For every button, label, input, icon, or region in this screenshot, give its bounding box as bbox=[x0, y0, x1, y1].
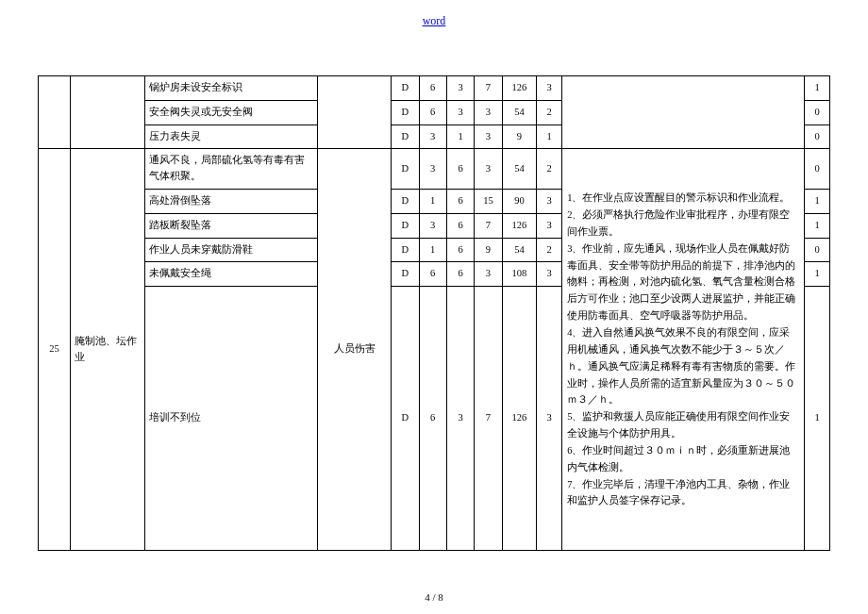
table-row: 锅炉房未设安全标识 D 6 3 7 126 3 1 bbox=[39, 76, 830, 101]
cell-n1: 6 bbox=[419, 100, 446, 124]
cell-n5: 3 bbox=[537, 213, 562, 238]
cell-n2: 3 bbox=[446, 287, 474, 551]
cell-desc: 作业人员未穿戴防滑鞋 bbox=[144, 238, 317, 262]
cell-n2: 6 bbox=[446, 238, 474, 262]
cell-last: 1 bbox=[805, 189, 830, 213]
cell-d: D bbox=[392, 124, 419, 149]
cell-desc: 踏板断裂坠落 bbox=[144, 213, 317, 238]
cell-n1: 6 bbox=[419, 76, 446, 101]
cell-n5: 2 bbox=[537, 149, 562, 190]
cell-n4: 126 bbox=[502, 76, 537, 101]
cell-n4: 9 bbox=[502, 124, 537, 149]
cell-n2: 1 bbox=[446, 124, 474, 149]
cell-measure bbox=[562, 76, 805, 149]
cell-desc: 未佩戴安全绳 bbox=[144, 262, 317, 287]
cell-n4: 54 bbox=[502, 238, 537, 262]
cell-n2: 3 bbox=[446, 76, 474, 101]
cell-cause: 人员伤害 bbox=[317, 149, 391, 551]
cell-desc: 培训不到位 bbox=[144, 287, 317, 551]
cell-n5: 3 bbox=[537, 189, 562, 213]
cell-n5: 3 bbox=[537, 262, 562, 287]
cell-n3: 7 bbox=[475, 213, 502, 238]
cell-n3: 7 bbox=[475, 76, 502, 101]
cell-n2: 6 bbox=[446, 213, 474, 238]
cell-d: D bbox=[392, 213, 419, 238]
cell-d: D bbox=[392, 262, 419, 287]
cell-desc: 锅炉房未设安全标识 bbox=[144, 76, 317, 101]
cell-n5: 1 bbox=[537, 124, 562, 149]
cell-n2: 6 bbox=[446, 149, 474, 190]
cell-desc: 压力表失灵 bbox=[144, 124, 317, 149]
cell-n2: 6 bbox=[446, 189, 474, 213]
cell-n2: 3 bbox=[446, 100, 474, 124]
cell-last: 0 bbox=[805, 124, 830, 149]
cell-n5: 3 bbox=[537, 76, 562, 101]
cell-n3: 3 bbox=[475, 149, 502, 190]
cell-n1: 3 bbox=[419, 213, 446, 238]
cell-item bbox=[71, 76, 144, 149]
cell-n1: 3 bbox=[419, 149, 446, 190]
page-number: 4 / 8 bbox=[425, 591, 443, 603]
cell-n3: 3 bbox=[475, 124, 502, 149]
cell-n5: 2 bbox=[537, 100, 562, 124]
cell-measure: 1、在作业点应设置醒目的警示标识和作业流程。2、必须严格执行危险作业审批程序，办… bbox=[562, 149, 805, 551]
cell-n4: 126 bbox=[502, 287, 537, 551]
cell-desc: 通风不良，局部硫化氢等有毒有害气体积聚。 bbox=[144, 149, 317, 190]
cell-n5: 2 bbox=[537, 238, 562, 262]
cell-last: 0 bbox=[805, 100, 830, 124]
cell-last: 1 bbox=[805, 213, 830, 238]
cell-n3: 3 bbox=[475, 100, 502, 124]
cell-n1: 6 bbox=[419, 287, 446, 551]
cell-cause bbox=[317, 76, 391, 149]
cell-seq bbox=[39, 76, 71, 149]
cell-d: D bbox=[392, 76, 419, 101]
cell-desc: 安全阀失灵或无安全阀 bbox=[144, 100, 317, 124]
cell-n3: 3 bbox=[475, 262, 502, 287]
cell-n4: 126 bbox=[502, 213, 537, 238]
cell-n1: 3 bbox=[419, 124, 446, 149]
cell-seq: 25 bbox=[39, 149, 71, 551]
cell-d: D bbox=[392, 100, 419, 124]
cell-d: D bbox=[392, 287, 419, 551]
cell-desc: 高处滑倒坠落 bbox=[144, 189, 317, 213]
page-footer: 4 / 8 bbox=[0, 591, 868, 603]
cell-last: 0 bbox=[805, 238, 830, 262]
cell-n4: 108 bbox=[502, 262, 537, 287]
cell-n3: 9 bbox=[475, 238, 502, 262]
cell-last: 1 bbox=[805, 287, 830, 551]
cell-last: 1 bbox=[805, 76, 830, 101]
cell-n4: 54 bbox=[502, 149, 537, 190]
cell-n3: 15 bbox=[475, 189, 502, 213]
cell-d: D bbox=[392, 189, 419, 213]
cell-last: 1 bbox=[805, 262, 830, 287]
cell-item: 腌制池、坛作业 bbox=[71, 149, 144, 551]
cell-n3: 7 bbox=[475, 287, 502, 551]
cell-d: D bbox=[392, 149, 419, 190]
cell-n4: 90 bbox=[502, 189, 537, 213]
table-row: 25 腌制池、坛作业 通风不良，局部硫化氢等有毒有害气体积聚。 人员伤害 D 3… bbox=[39, 149, 830, 190]
cell-n1: 1 bbox=[419, 189, 446, 213]
header-link: word bbox=[38, 14, 830, 28]
cell-n1: 6 bbox=[419, 262, 446, 287]
cell-last: 0 bbox=[805, 149, 830, 190]
cell-n5: 3 bbox=[537, 287, 562, 551]
cell-n4: 54 bbox=[502, 100, 537, 124]
cell-n2: 6 bbox=[446, 262, 474, 287]
risk-table: 锅炉房未设安全标识 D 6 3 7 126 3 1 安全阀失灵或无安全阀 D 6… bbox=[38, 75, 830, 551]
cell-n1: 1 bbox=[419, 238, 446, 262]
header-link-text[interactable]: word bbox=[423, 14, 446, 27]
cell-d: D bbox=[392, 238, 419, 262]
